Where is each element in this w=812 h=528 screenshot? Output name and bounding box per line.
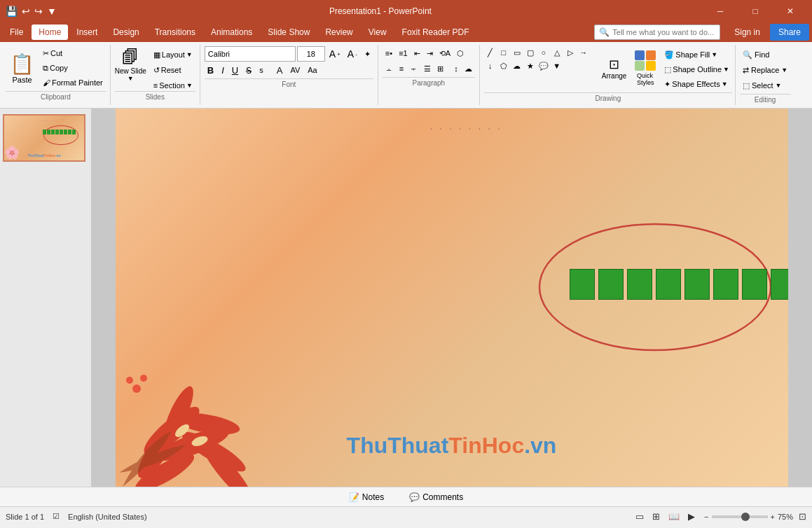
bullets-button[interactable]: ≡• xyxy=(383,46,395,60)
slide-watermark: ThuThuatTinHoc.vn xyxy=(347,433,557,459)
line-spacing-button[interactable]: ↕ xyxy=(451,62,461,76)
normal-view-button[interactable]: ▭ xyxy=(632,510,647,523)
new-slide-button[interactable]: 🗐 New Slide ▼ xyxy=(115,48,146,82)
quick-styles-button[interactable]: QuickStyles xyxy=(632,48,659,88)
minimize-button[interactable]: ─ xyxy=(704,0,736,22)
columns-button[interactable]: ⊞ xyxy=(434,62,446,76)
customize-icon[interactable]: ▼ xyxy=(47,6,57,17)
redo-icon[interactable]: ↪ xyxy=(34,6,43,17)
format-painter-button[interactable]: 🖌 Format Painter xyxy=(40,76,106,90)
shape-rect[interactable]: □ xyxy=(497,46,510,59)
reset-button[interactable]: ↺ Reset xyxy=(151,63,195,77)
zoom-level[interactable]: 75% xyxy=(778,513,793,521)
numbering-button[interactable]: ≡1 xyxy=(396,46,411,60)
shape-darrow[interactable]: ↓ xyxy=(484,60,497,72)
slide-main[interactable]: · · · · · · · · xyxy=(116,109,788,487)
shape-effects-button[interactable]: ✦ Shape Effects ▼ xyxy=(661,77,732,91)
font-size-label-button[interactable]: Aa xyxy=(305,63,319,77)
tell-me-box[interactable]: 🔍 xyxy=(594,25,720,40)
arrange-button[interactable]: ⊡ Arrange xyxy=(598,48,631,88)
replace-button[interactable]: ⇄ Replace ▼ xyxy=(740,63,790,77)
underline-button[interactable]: U xyxy=(229,63,241,77)
menu-transitions[interactable]: Transitions xyxy=(148,25,202,40)
clear-format-button[interactable]: ✦ xyxy=(362,47,373,61)
zoom-slider[interactable] xyxy=(712,515,768,518)
text-shadow-button[interactable]: ☁ xyxy=(462,62,475,76)
shape-tri[interactable]: △ xyxy=(551,46,563,59)
shape-round-rect[interactable]: ▢ xyxy=(524,46,537,59)
shape-cloud[interactable]: ☁ xyxy=(511,60,523,72)
shape-fill-button[interactable]: 🪣 Shape Fill ▼ xyxy=(661,48,732,62)
maximize-button[interactable]: □ xyxy=(739,0,771,22)
align-center-button[interactable]: ≡ xyxy=(397,62,406,76)
save-icon[interactable]: 💾 xyxy=(6,6,18,17)
shape-rtri[interactable]: ▷ xyxy=(564,46,577,59)
justify-button[interactable]: ☰ xyxy=(421,62,434,76)
slide-thumb-1[interactable]: 1 ········ 🌸 xyxy=(3,114,85,162)
clipboard-label: Clipboard xyxy=(6,91,106,101)
shadow-button[interactable]: s xyxy=(256,63,266,77)
font-size-increase-button[interactable]: A+ xyxy=(326,47,343,61)
spell-check-icon[interactable]: ☑ xyxy=(53,512,60,521)
slideshow-button[interactable]: ▶ xyxy=(684,510,699,523)
reset-icon: ↺ xyxy=(153,66,160,75)
font-name-input[interactable] xyxy=(205,46,296,62)
smart-art-convert-button[interactable]: ⬡ xyxy=(454,46,467,60)
strikethrough-button[interactable]: S̶ xyxy=(243,63,254,77)
close-button[interactable]: ✕ xyxy=(774,0,806,22)
fit-slide-button[interactable]: ⊡ xyxy=(799,511,806,522)
reading-view-button[interactable]: 📖 xyxy=(665,510,683,523)
menu-foxit[interactable]: Foxit Reader PDF xyxy=(395,25,476,40)
shape-rect2[interactable]: ▭ xyxy=(511,46,523,59)
shape-line[interactable]: ╱ xyxy=(484,46,497,59)
bold-button[interactable]: B xyxy=(205,63,216,77)
shape-oval[interactable]: ○ xyxy=(537,46,550,59)
align-right-button[interactable]: ⫟ xyxy=(407,62,420,76)
shape-more[interactable]: ▼ xyxy=(551,60,563,72)
slide-sorter-button[interactable]: ⊞ xyxy=(649,510,663,523)
shape-star[interactable]: ★ xyxy=(524,60,537,72)
section-button[interactable]: ≡ Section ▼ xyxy=(151,78,195,92)
decrease-indent-button[interactable]: ⇤ xyxy=(411,46,423,60)
menu-home[interactable]: Home xyxy=(32,25,68,40)
slides-panel: 1 ········ 🌸 xyxy=(0,109,91,487)
arrange-icon: ⊡ xyxy=(609,57,619,72)
copy-button[interactable]: ⧉ Copy xyxy=(40,61,106,75)
green-block-5 xyxy=(684,269,710,300)
layout-button[interactable]: ▦ Layout ▼ xyxy=(151,48,195,62)
sign-in-button[interactable]: Sign in xyxy=(727,25,767,39)
window-controls: ─ □ ✕ xyxy=(704,0,806,22)
main-area: 1 ········ 🌸 xyxy=(0,109,812,487)
font-size-decrease-button[interactable]: A- xyxy=(345,47,360,61)
font-color-button[interactable]: A xyxy=(274,63,286,77)
italic-button[interactable]: I xyxy=(219,63,227,77)
menu-review[interactable]: Review xyxy=(318,25,359,40)
shape-callout[interactable]: 💬 xyxy=(537,60,550,72)
shape-outline-button[interactable]: ⬚ Shape Outline ▼ xyxy=(661,62,732,76)
zoom-out-icon[interactable]: − xyxy=(704,513,708,521)
drawing-label: Drawing xyxy=(484,92,732,102)
menu-slideshow[interactable]: Slide Show xyxy=(261,25,317,40)
cut-button[interactable]: ✂ Cut xyxy=(40,46,106,60)
menu-design[interactable]: Design xyxy=(106,25,146,40)
char-spacing-button[interactable]: AV xyxy=(287,63,303,77)
menu-file[interactable]: File xyxy=(3,25,30,40)
tell-me-input[interactable] xyxy=(612,28,715,36)
font-size-input[interactable] xyxy=(297,46,325,62)
undo-icon[interactable]: ↩ xyxy=(22,6,30,17)
share-button[interactable]: Share xyxy=(770,24,809,41)
select-button[interactable]: ⬚ Select ▼ xyxy=(740,78,790,92)
notes-button[interactable]: 📝 Notes xyxy=(343,489,390,505)
menu-view[interactable]: View xyxy=(362,25,394,40)
paste-button[interactable]: 📋 Paste xyxy=(6,46,39,90)
comments-button[interactable]: 💬 Comments xyxy=(404,489,469,505)
increase-indent-button[interactable]: ⇥ xyxy=(424,46,436,60)
shape-arrow[interactable]: → xyxy=(577,46,590,59)
menu-insert[interactable]: Insert xyxy=(69,25,104,40)
shape-penta[interactable]: ⬠ xyxy=(497,60,510,72)
text-direction-button[interactable]: ⟲A xyxy=(436,46,453,60)
find-button[interactable]: 🔍 Find xyxy=(740,48,790,62)
align-left-button[interactable]: ⫠ xyxy=(383,62,396,76)
menu-animations[interactable]: Animations xyxy=(204,25,259,40)
zoom-in-icon[interactable]: + xyxy=(771,513,775,521)
